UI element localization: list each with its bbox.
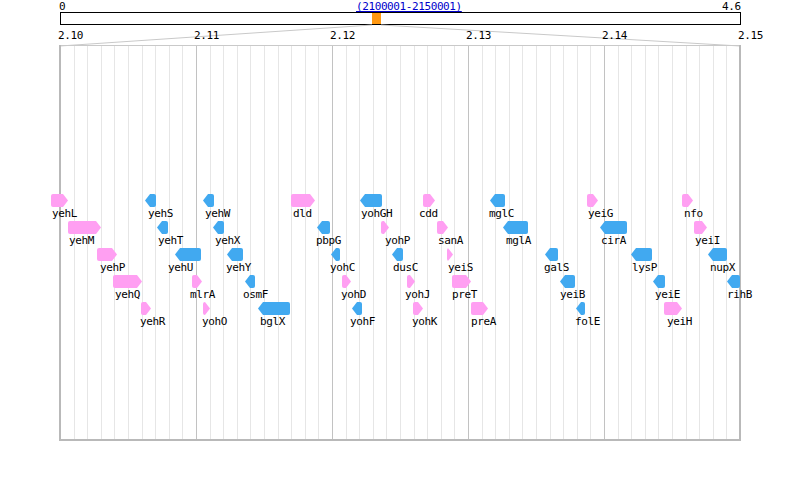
gene-label-yehT: yehT	[158, 235, 183, 246]
gene-label-yeiS: yeiS	[448, 262, 473, 273]
gene-arrow-yohD[interactable]	[342, 275, 351, 288]
gene-arrow-yehR[interactable]	[141, 302, 151, 315]
gridline-minor	[495, 46, 496, 439]
scale-tick-label: 2.10	[58, 30, 83, 42]
gridline-minor	[658, 46, 659, 439]
scale-tick-label: 2.12	[330, 30, 355, 42]
scale-tick-label: 2.15	[738, 30, 763, 42]
gridline-minor	[645, 46, 646, 439]
gene-arrow-yeiS[interactable]	[447, 248, 453, 261]
gene-arrow-yeiE[interactable]	[653, 275, 665, 288]
gene-arrow-yehS[interactable]	[145, 194, 156, 207]
gene-label-sanA: sanA	[438, 235, 463, 246]
gene-arrow-yehL[interactable]	[51, 194, 68, 207]
gene-label-yeiG: yeiG	[588, 208, 613, 219]
genome-browser: 0 (2100001-2150001) 4.6 2.102.112.122.13…	[0, 0, 800, 500]
gene-arrow-bglX[interactable]	[258, 302, 290, 315]
gene-arrow-yehW[interactable]	[203, 194, 214, 207]
gene-label-pbpG: pbpG	[316, 235, 341, 246]
gridline-minor	[142, 46, 143, 439]
gene-arrow-mlrA[interactable]	[192, 275, 202, 288]
gridline-minor	[427, 46, 428, 439]
gene-label-yohC: yohC	[330, 262, 355, 273]
gene-arrow-yehM[interactable]	[68, 221, 101, 234]
gene-arrow-preA[interactable]	[471, 302, 488, 315]
gridline-minor	[726, 46, 727, 439]
gene-arrow-osmF[interactable]	[245, 275, 255, 288]
gene-label-yohJ: yohJ	[405, 289, 430, 300]
gene-arrow-yehU[interactable]	[175, 248, 201, 261]
gene-label-yehM: yehM	[69, 235, 94, 246]
gene-arrow-yehX[interactable]	[213, 221, 224, 234]
gene-arrow-rihB[interactable]	[727, 275, 740, 288]
region-marker-icon[interactable]	[372, 13, 381, 24]
gene-label-mglC: mglC	[489, 208, 514, 219]
gene-arrow-yehY[interactable]	[227, 248, 243, 261]
gene-label-yehU: yehU	[168, 262, 193, 273]
gene-arrow-yeiG[interactable]	[587, 194, 598, 207]
gene-label-cirA: cirA	[601, 235, 626, 246]
gene-arrow-mglA[interactable]	[503, 221, 528, 234]
gene-arrow-mglC[interactable]	[490, 194, 505, 207]
gene-label-rihB: rihB	[727, 289, 752, 300]
gene-label-mglA: mglA	[506, 235, 531, 246]
gene-label-bglX: bglX	[260, 316, 285, 327]
gridline-minor	[373, 46, 374, 439]
gridline-minor	[686, 46, 687, 439]
gene-label-dusC: dusC	[393, 262, 418, 273]
gene-label-yehL: yehL	[52, 208, 77, 219]
gene-arrow-yeiI[interactable]	[694, 221, 707, 234]
gridline-major	[196, 46, 197, 439]
gene-arrow-dusC[interactable]	[392, 248, 403, 261]
gene-label-dld: dld	[293, 208, 312, 219]
gene-arrow-yeiH[interactable]	[664, 302, 682, 315]
gene-label-yehP: yehP	[100, 262, 125, 273]
gene-label-yohGH: yohGH	[361, 208, 392, 219]
gene-arrow-cirA[interactable]	[600, 221, 627, 234]
panel-edge	[59, 439, 741, 441]
gene-arrow-yehQ[interactable]	[113, 275, 142, 288]
gene-arrow-nfo[interactable]	[682, 194, 693, 207]
gene-label-yohP: yohP	[385, 235, 410, 246]
panel-edge	[739, 45, 741, 441]
gridline-minor	[305, 46, 306, 439]
gene-label-yohO: yohO	[202, 316, 227, 327]
gene-arrow-sanA[interactable]	[437, 221, 448, 234]
gene-label-yeiH: yeiH	[667, 316, 692, 327]
gridline-minor	[590, 46, 591, 439]
gene-arrow-lysP[interactable]	[631, 248, 652, 261]
gridline-minor	[128, 46, 129, 439]
gridline-minor	[101, 46, 102, 439]
gene-label-preT: preT	[452, 289, 477, 300]
gene-arrow-yohGH[interactable]	[360, 194, 382, 207]
gene-arrow-yohK[interactable]	[413, 302, 423, 315]
gridline-minor	[414, 46, 415, 439]
gene-label-nupX: nupX	[710, 262, 735, 273]
gridline-minor	[346, 46, 347, 439]
gene-arrow-nupX[interactable]	[708, 248, 727, 261]
gene-arrow-yohF[interactable]	[352, 302, 362, 315]
gene-label-lysP: lysP	[632, 262, 657, 273]
gridline-minor	[482, 46, 483, 439]
gene-label-yeiI: yeiI	[695, 235, 720, 246]
gridline-minor	[114, 46, 115, 439]
gene-arrow-yehT[interactable]	[157, 221, 168, 234]
scale-tick-label: 2.14	[602, 30, 627, 42]
gridline-minor	[550, 46, 551, 439]
gene-label-osmF: osmF	[243, 289, 268, 300]
overview-bar[interactable]	[60, 12, 741, 25]
gridline-minor	[264, 46, 265, 439]
gene-label-yehS: yehS	[148, 208, 173, 219]
gene-arrow-dld[interactable]	[291, 194, 315, 207]
gridline-minor	[250, 46, 251, 439]
gene-arrow-yohO[interactable]	[203, 302, 210, 315]
gene-arrow-galS[interactable]	[545, 248, 558, 261]
gridline-minor	[155, 46, 156, 439]
gene-arrow-cdd[interactable]	[423, 194, 435, 207]
gridline-minor	[631, 46, 632, 439]
panel-edge	[59, 45, 741, 46]
gridline-minor	[291, 46, 292, 439]
scale-tick-label: 2.11	[194, 30, 219, 42]
gridline-minor	[278, 46, 279, 439]
gene-arrow-yohP[interactable]	[381, 221, 389, 234]
